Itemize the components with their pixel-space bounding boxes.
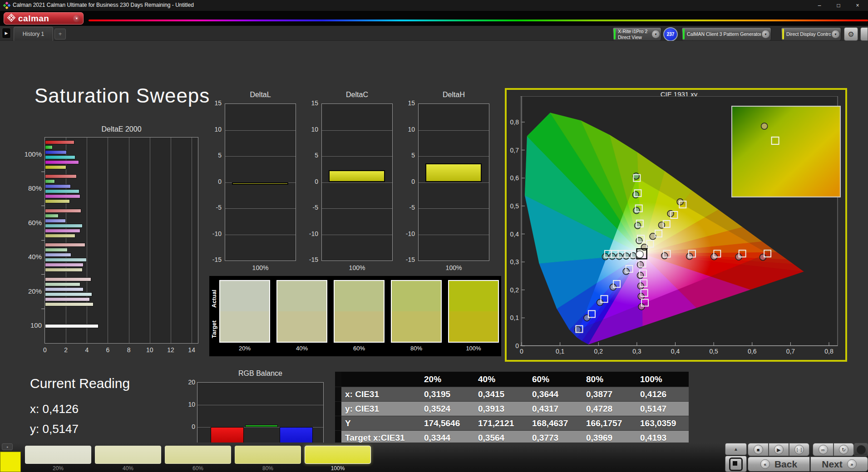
minimize-button[interactable]: – xyxy=(810,0,829,11)
deltae-bar xyxy=(45,224,83,228)
display-status-bar xyxy=(782,29,784,39)
add-tab-button[interactable]: + xyxy=(54,29,66,39)
patch-button-60%[interactable] xyxy=(165,446,231,464)
table-cell: 0,4126 xyxy=(635,387,689,401)
y-axis-tick-label: 10 xyxy=(183,401,195,408)
back-button[interactable]: « Back xyxy=(748,457,810,472)
target-color xyxy=(277,311,326,342)
x-axis-tick-label: 0,8 xyxy=(822,348,836,355)
refresh-button[interactable]: ↻ xyxy=(833,443,854,456)
table-cell: 0,3415 xyxy=(473,387,527,401)
table-cell: 163,0359 xyxy=(635,416,689,430)
y-axis-tick-label: 0,1 xyxy=(507,314,519,321)
y-axis-tick-label: -10 xyxy=(200,230,222,237)
table-corner xyxy=(335,372,341,387)
play-button[interactable]: ▶ xyxy=(769,443,789,456)
gear-icon[interactable]: ⚙ xyxy=(844,27,858,41)
patch-button-40%[interactable] xyxy=(95,446,161,464)
y-axis-tick-label: 0,8 xyxy=(507,118,519,126)
close-button[interactable]: × xyxy=(848,0,867,11)
refresh-icon: ↻ xyxy=(839,445,848,454)
magenta-measured-point xyxy=(637,272,643,279)
table-row-marker xyxy=(335,416,341,431)
deltae-bar xyxy=(45,253,71,257)
axis-tick xyxy=(41,172,44,172)
calman-menu-button[interactable]: calman ▼ xyxy=(4,12,84,25)
pattern-window-icon xyxy=(729,457,743,471)
cie-zoom-inset xyxy=(732,106,840,197)
patch-button-100%[interactable] xyxy=(305,446,371,464)
deltae-bar xyxy=(45,199,70,203)
infinity-icon: ∞ xyxy=(819,445,828,454)
deltae-bar xyxy=(45,214,59,218)
gridline xyxy=(225,208,296,209)
collapse-strip-button[interactable]: ● xyxy=(2,443,13,450)
table-cell: 0,4728 xyxy=(581,402,635,416)
table-cell: 0,3524 xyxy=(419,402,473,416)
axis-tick xyxy=(41,274,44,275)
patch-button-80%[interactable] xyxy=(235,446,301,464)
target-row-label: Target xyxy=(211,316,218,343)
cyan-measured-point xyxy=(616,253,622,260)
x-axis-tick-label: 0 xyxy=(38,346,52,354)
actual-row-label: Actual xyxy=(211,285,218,312)
stop-button[interactable]: ■ xyxy=(748,443,769,456)
chevron-left-icon: « xyxy=(760,459,770,469)
chevron-down-icon: ▼ xyxy=(73,15,80,22)
swatch-60% xyxy=(334,280,385,343)
swatch-40% xyxy=(276,280,327,343)
red-measured-point xyxy=(686,253,693,260)
axis-tick xyxy=(41,309,44,309)
pattern-window-button[interactable] xyxy=(725,456,747,472)
table-cell: 174,5646 xyxy=(419,416,473,430)
x-axis-label: 100% xyxy=(321,264,393,271)
green-measured-point xyxy=(635,222,641,229)
back-label: Back xyxy=(774,459,797,470)
y-axis-tick-label: -15 xyxy=(296,256,318,263)
deltac-chart: DeltaC 100% 151050-5-10-15 xyxy=(296,90,396,276)
deltae-bar xyxy=(45,165,66,169)
pattern-generator-label: CalMAN Client 3 Pattern Generator xyxy=(687,28,761,40)
gridline xyxy=(419,130,489,131)
deltae-bar xyxy=(45,248,68,252)
deltae-bar xyxy=(45,234,75,238)
gridline xyxy=(129,138,129,343)
tab-bar: ▶ History 1 + X-Rite i1Pro 2 Direct View… xyxy=(0,26,868,41)
patch-label: 100% xyxy=(305,465,371,472)
table-header-cell: 40% xyxy=(473,372,527,387)
deltae-bar xyxy=(45,160,79,164)
meter-count-badge[interactable]: 237 xyxy=(663,27,678,41)
target-color xyxy=(335,311,384,342)
gridline xyxy=(171,138,171,343)
gridline xyxy=(419,235,489,235)
gridline xyxy=(192,138,192,343)
y-axis-tick-label: 0,5 xyxy=(507,202,519,210)
clipped-toolbar-button[interactable] xyxy=(860,27,868,41)
continuous-read-button[interactable]: ∞ xyxy=(813,443,833,456)
patch-button-20%[interactable] xyxy=(25,446,91,464)
y-axis-tick-label: 10 xyxy=(296,126,318,133)
y-axis-tick-label: 0 xyxy=(183,423,195,430)
delta-bar xyxy=(232,182,288,185)
pattern-series-button[interactable]: [··] xyxy=(789,443,809,456)
x-axis-tick-label: 0,3 xyxy=(630,348,644,355)
deltae2000-chart: DeltaE 2000 02468101214100%80%60%40%20%1… xyxy=(9,124,213,360)
next-button[interactable]: Next » xyxy=(810,457,868,472)
deltae-bar xyxy=(45,243,85,247)
x-axis-tick-label: 0,7 xyxy=(783,348,798,355)
maximize-button[interactable]: □ xyxy=(829,0,848,11)
y-axis-tick-label: -15 xyxy=(200,256,222,263)
gridline xyxy=(108,138,108,343)
y-axis-tick-label: -5 xyxy=(393,204,415,211)
y-axis-tick-label: -15 xyxy=(393,256,415,263)
panel-expander-button[interactable]: ▶ xyxy=(2,28,11,39)
meter-dropdown[interactable]: X-Rite i1Pro 2 Direct View ▼ xyxy=(612,27,661,41)
pattern-generator-dropdown[interactable]: CalMAN Client 3 Pattern Generator ▼ xyxy=(681,27,771,41)
actual-target-swatch-strip: Actual Target 20%40%60%80%100% xyxy=(209,276,501,356)
patch-label: 40% xyxy=(95,465,161,472)
display-control-dropdown[interactable]: Direct Display Control ▼ xyxy=(781,27,841,41)
brand-name: calman xyxy=(18,14,49,24)
tab-history-1[interactable]: History 1 xyxy=(14,27,53,41)
gridline xyxy=(419,182,489,183)
collapse-controls-button[interactable]: ▲ xyxy=(725,443,747,455)
